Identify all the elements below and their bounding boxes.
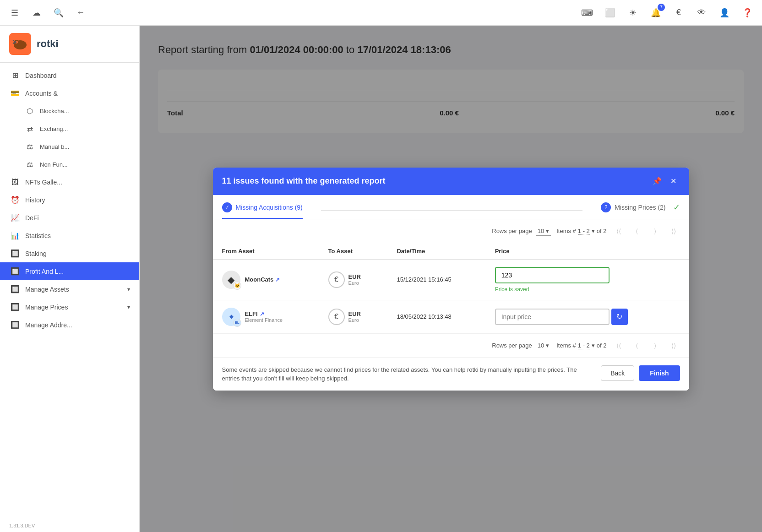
display-icon[interactable]: ⬜ [603,5,617,20]
expand-assets-icon: ▾ [127,286,130,293]
cloud-icon[interactable]: ☁ [29,5,44,20]
user-icon[interactable]: 👤 [717,5,732,20]
exchange-icon: ⇄ [25,125,34,133]
rows-dropdown-icon: ▾ [546,228,549,234]
bottom-rows-value: 10 [538,342,544,349]
external-link-icon-1[interactable]: ↗ [275,277,280,283]
col-datetime: Date/Time [387,243,485,260]
defi-icon: 📈 [11,213,20,222]
sidebar-item-blockchain[interactable]: ⬡ Blockcha... [0,102,139,120]
sidebar-item-history[interactable]: ⏰ History [0,191,139,209]
pg-prev-btn[interactable]: ⟨ [631,225,643,238]
topbar-left: ☰ ☁ 🔍 ← [7,5,88,20]
bottom-rows-per-page: Rows per page 10 ▾ [492,341,551,350]
bottom-rows-select[interactable]: 10 ▾ [536,341,551,350]
logo-image [9,33,31,55]
bottom-pg-prev-btn[interactable]: ⟨ [631,339,643,352]
bottom-pg-next-btn[interactable]: ⟩ [649,339,662,352]
from-asset-2: ◆ EL ELFI ↗ Element [222,308,310,326]
table-row: ◆ EL ELFI ↗ Element [213,300,689,333]
eye-icon[interactable]: 👁 [694,5,709,20]
rows-select[interactable]: 10 ▾ [536,227,551,236]
euro-icon-2: € [328,309,345,325]
price-input-2[interactable] [495,309,610,325]
bottom-rows-label: Rows per page [492,342,532,349]
to-asset-code-2: EUR [348,310,361,317]
datetime-cell-2: 18/05/2022 10:13:48 [387,300,485,333]
external-link-icon-2[interactable]: ↗ [260,311,264,317]
back-button[interactable]: Back [601,365,634,381]
bottom-pg-first-btn[interactable]: ⟨⟨ [612,339,625,352]
sidebar: rotki ⊞ Dashboard 💳 Accounts & ⬡ Blockch… [0,26,140,532]
sidebar-item-manage-addr[interactable]: 🔲 Manage Addre... [0,316,139,334]
sidebar-item-manage-assets[interactable]: 🔲 Manage Assets ▾ [0,280,139,298]
back-icon[interactable]: ← [73,5,88,20]
prices-table: From Asset To Asset Date/Time Price [213,243,689,334]
pin-icon[interactable]: 📌 [651,175,664,188]
search-icon[interactable]: 🔍 [51,5,66,20]
notification-badge-count: 7 [658,4,665,11]
bottom-pg-last-btn[interactable]: ⟩⟩ [667,339,680,352]
items-label: Items # [556,228,576,234]
sidebar-item-defi[interactable]: 📈 DeFi [0,209,139,227]
currency-icon[interactable]: € [671,5,686,20]
top-pagination-bar: Rows per page 10 ▾ Items # 1 - 2 ▾ of 2 [213,219,689,243]
table-row: ◆ 🐱 MoonCats ↗ [213,259,689,300]
items-total: of 2 [597,228,607,234]
tab-missing-acquisitions[interactable]: ✓ Missing Acquisitions (9) [222,202,303,219]
price-input-1[interactable] [495,267,610,283]
sidebar-item-manage-prices[interactable]: 🔲 Manage Prices ▾ [0,298,139,316]
menu-icon[interactable]: ☰ [7,5,22,20]
nonfun-icon: ⚖ [25,160,34,169]
to-asset-2: € EUR Euro [328,309,379,325]
manage-assets-icon: 🔲 [11,285,20,293]
notification-icon[interactable]: 🔔 7 [648,5,663,20]
asset-badge-icon-2: EL [233,319,241,327]
tab-missing-prices-badge: 2 [601,202,611,212]
expand-prices-icon: ▾ [127,304,130,310]
help-icon[interactable]: ❓ [740,5,755,20]
modal-content: Rows per page 10 ▾ Items # 1 - 2 ▾ of 2 [213,219,689,358]
missing-prices-check-icon: ✓ [673,202,680,212]
table-body: ◆ 🐱 MoonCats ↗ [213,259,689,333]
modal-header: 11 issues found with the generated repor… [213,168,689,195]
items-dropdown-icon: ▾ [592,228,595,234]
asset-info-2: ELFI ↗ Element Finance [245,310,283,323]
col-to-asset: To Asset [319,243,388,260]
price-saved-label-1: Price is saved [495,286,529,293]
to-asset-name-1: Euro [348,280,361,286]
asset-icon-wrapper-2: ◆ EL [222,308,240,326]
sidebar-item-staking[interactable]: 🔲 Staking [0,244,139,262]
datetime-cell-1: 15/12/2021 15:16:45 [387,259,485,300]
sidebar-item-profit[interactable]: 🔲 Profit And L... [0,262,139,280]
sidebar-item-nonfun[interactable]: ⚖ Non Fun... [0,156,139,174]
pg-next-btn[interactable]: ⟩ [649,225,662,238]
code-icon[interactable]: ⌨ [580,5,594,20]
sidebar-item-exchange[interactable]: ⇄ Exchang... [0,120,139,138]
bottom-pagination-bar: Rows per page 10 ▾ Items # 1 - 2 ▾ of 2 [213,334,689,358]
asset-icon-wrapper-1: ◆ 🐱 [222,271,240,289]
pg-first-btn[interactable]: ⟨⟨ [612,225,625,238]
sidebar-item-nfts[interactable]: 🖼 NFTs Galle... [0,174,139,191]
sidebar-item-dashboard[interactable]: ⊞ Dashboard [0,66,139,84]
modal-header-left: 11 issues found with the generated repor… [222,176,386,186]
sidebar-item-manual[interactable]: ⚖ Manual b... [0,138,139,156]
manage-addr-icon: 🔲 [11,320,20,329]
accounts-icon: 💳 [11,89,20,98]
brightness-icon[interactable]: ☀ [626,5,640,20]
to-asset-info-2: EUR Euro [348,310,361,323]
euro-icon-1: € [328,271,345,288]
finish-button[interactable]: Finish [639,365,680,381]
price-cell-2: ↻ [486,300,689,333]
pg-last-btn[interactable]: ⟩⟩ [667,225,680,238]
price-cell-1: Price is saved [486,259,689,300]
sidebar-item-accounts[interactable]: 💳 Accounts & [0,84,139,102]
price-input-cell-1: Price is saved [495,267,680,293]
close-icon[interactable]: ✕ [667,175,680,188]
tab-missing-prices[interactable]: 2 Missing Prices (2) ✓ [601,202,680,219]
sidebar-item-statistics[interactable]: 📊 Statistics [0,227,139,244]
refresh-price-btn-2[interactable]: ↻ [611,309,628,325]
to-asset-code-1: EUR [348,273,361,280]
main-layout: rotki ⊞ Dashboard 💳 Accounts & ⬡ Blockch… [0,26,762,532]
tab-separator [321,210,582,211]
